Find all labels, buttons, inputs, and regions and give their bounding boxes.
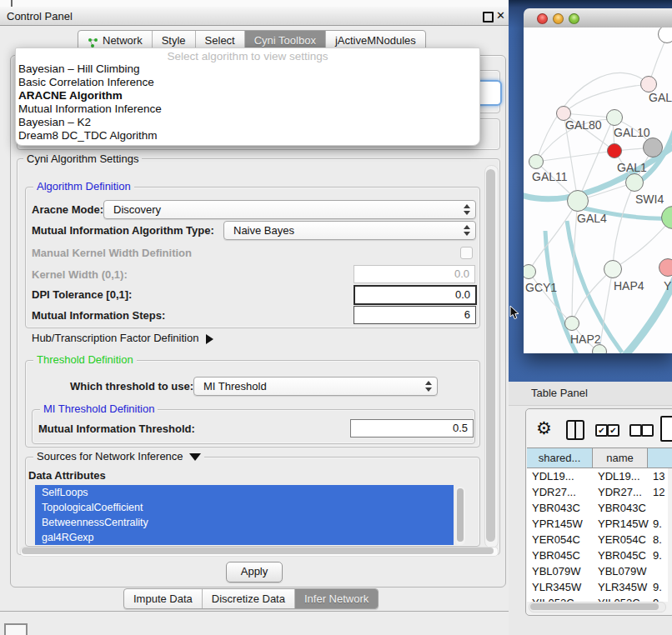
close-icon[interactable]: ✕	[496, 8, 505, 23]
which-threshold-label: Which threshold to use:	[70, 380, 193, 392]
column-header-partial[interactable]	[648, 448, 672, 468]
network-node-label: HAP2	[570, 332, 601, 346]
network-node[interactable]	[606, 109, 623, 126]
data-attributes-label: Data Attributes	[28, 469, 106, 482]
control-panel-title: Control Panel	[7, 9, 73, 23]
mi-steps-field[interactable]: 6	[354, 306, 476, 324]
tab-infer-network[interactable]: Infer Network	[294, 589, 378, 608]
minimize-traffic-light-icon[interactable]	[553, 13, 564, 24]
algorithm-option[interactable]: Mutual Information Inference	[18, 102, 162, 116]
bottom-tabbar: Impute Data Discretize Data Infer Networ…	[123, 588, 379, 609]
network-node[interactable]	[604, 260, 622, 278]
expand-right-icon	[206, 334, 213, 344]
network-node-label: GAL1	[617, 161, 647, 174]
algorithm-dropdown-list: Select algorithm to view settings Bayesi…	[15, 48, 480, 146]
manual-kernel-checkbox[interactable]	[460, 247, 473, 259]
network-node[interactable]	[643, 138, 663, 158]
partial-bottom-icon[interactable]	[4, 623, 28, 635]
network-node-label: GAL11	[532, 170, 568, 183]
mi-type-select[interactable]: Naive Bayes	[223, 221, 476, 240]
tab-discretize-data[interactable]: Discretize Data	[202, 589, 294, 608]
algorithm-option-selected[interactable]: ARACNE Algorithm	[18, 89, 123, 102]
hub-definition-toggle[interactable]: Hub/Transcription Factor Definition	[32, 332, 213, 344]
settings-horizontal-scrollbar-thumb[interactable]	[22, 548, 494, 554]
stepper-arrows-icon	[425, 380, 433, 392]
algorithm-option[interactable]: Bayesian – Hill Climbing	[18, 62, 140, 76]
threshold-definition-title: Threshold Definition	[33, 354, 137, 366]
control-panel-titlebar[interactable]	[0, 7, 509, 26]
aracne-mode-label: Aracne Mode:	[32, 203, 103, 216]
stepper-arrows-icon	[464, 203, 471, 216]
cyni-settings-title: Cyni Algorithm Settings	[23, 153, 142, 165]
data-attributes-list[interactable]: SelfLoops TopologicalCoefficient Between…	[35, 485, 454, 545]
kernel-width-label: Kernel Width (0,1):	[32, 268, 128, 281]
data-attribute-item[interactable]: SelfLoops	[35, 485, 454, 500]
table-horizontal-scrollbar-thumb[interactable]	[530, 603, 659, 610]
mi-threshold-field[interactable]: 0.5	[350, 419, 474, 438]
table-rows[interactable]: YDL19...YDL19...13 YDR27...YDR27...12 YB…	[527, 468, 668, 602]
float-window-icon[interactable]	[483, 12, 494, 22]
attribute-list-scrollbar-thumb[interactable]	[457, 488, 464, 542]
data-attribute-item[interactable]: TopologicalCoefficient	[35, 500, 454, 515]
stepper-arrows-icon	[464, 224, 471, 237]
file-icon[interactable]	[660, 416, 672, 442]
network-canvas[interactable]: GALGAL80GAL10GAL1GAL11SWI4GAL4GCY1HAP4YH…	[524, 28, 672, 353]
which-threshold-select[interactable]: MI Threshold	[193, 377, 438, 396]
table-panel-title: Table Panel	[531, 387, 588, 399]
expand-down-icon	[189, 453, 201, 461]
unchecked-checkbox-icon[interactable]	[629, 424, 642, 437]
network-node[interactable]	[659, 258, 672, 277]
settings-gear-icon[interactable]: ⚙	[536, 418, 552, 439]
manual-kernel-label: Manual Kernel Width Definition	[32, 247, 192, 259]
column-header-name[interactable]: name	[593, 448, 648, 468]
split-columns-icon[interactable]	[566, 420, 584, 440]
top-strip-divider	[11, 0, 13, 7]
zoom-traffic-light-icon[interactable]	[569, 13, 579, 24]
algorithm-option[interactable]: Dream8 DC_TDC Algorithm	[18, 129, 158, 142]
network-node-label: GAL4	[577, 212, 607, 225]
network-node[interactable]	[625, 173, 644, 192]
apply-button[interactable]: Apply	[226, 562, 283, 582]
network-node-label: GAL80	[565, 118, 602, 132]
network-node[interactable]	[607, 143, 622, 158]
sources-toggle[interactable]: Sources for Network Inference	[33, 451, 204, 462]
unchecked-checkbox-icon[interactable]	[641, 424, 654, 437]
checked-checkbox-icon[interactable]: ✔	[607, 424, 619, 437]
network-node[interactable]	[529, 154, 544, 169]
checked-checkbox-icon[interactable]: ✔	[595, 424, 608, 437]
kernel-width-field[interactable]: 0.0	[354, 265, 475, 283]
network-node-label: GAL10	[614, 126, 650, 139]
mi-threshold-label: Mutual Information Threshold:	[38, 422, 195, 435]
network-node[interactable]	[640, 76, 657, 92]
close-traffic-light-icon[interactable]	[537, 13, 548, 24]
data-attribute-item[interactable]: gal4RGexp	[35, 530, 454, 545]
dpi-tolerance-field[interactable]: 0.0	[354, 285, 477, 305]
settings-vertical-scrollbar-thumb[interactable]	[486, 169, 495, 542]
tab-impute-data[interactable]: Impute Data	[124, 589, 202, 608]
network-node[interactable]	[564, 316, 579, 331]
column-header-shared-name[interactable]: shared...	[527, 448, 593, 468]
mi-steps-label: Mutual Information Steps:	[32, 309, 165, 322]
network-icon	[88, 35, 98, 46]
network-node-label: GCY1	[525, 281, 557, 294]
mi-threshold-title: MI Threshold Definition	[40, 403, 158, 415]
network-node-label: Y	[664, 279, 671, 292]
network-view-window[interactable]: GALGAL80GAL10GAL1GAL11SWI4GAL4GCY1HAP4YH…	[524, 8, 672, 353]
data-attribute-item[interactable]: BetweennessCentrality	[35, 515, 454, 530]
mi-type-label: Mutual Information Algorithm Type:	[32, 224, 214, 237]
mouse-cursor-icon	[509, 306, 521, 321]
aracne-mode-select[interactable]: Discovery	[103, 200, 476, 219]
algorithm-definition-title: Algorithm Definition	[33, 181, 134, 192]
network-node-label: HAP4	[614, 279, 644, 292]
network-node-label: SWI4	[635, 192, 664, 206]
dpi-tolerance-label: DPI Tolerance [0,1]:	[32, 288, 132, 301]
algorithm-option[interactable]: Basic Correlation Inference	[18, 76, 154, 89]
network-node-label: GAL	[649, 91, 672, 104]
dropdown-placeholder: Select algorithm to view settings	[16, 50, 479, 62]
network-node[interactable]	[567, 190, 589, 212]
algorithm-option[interactable]: Bayesian – K2	[18, 116, 91, 129]
